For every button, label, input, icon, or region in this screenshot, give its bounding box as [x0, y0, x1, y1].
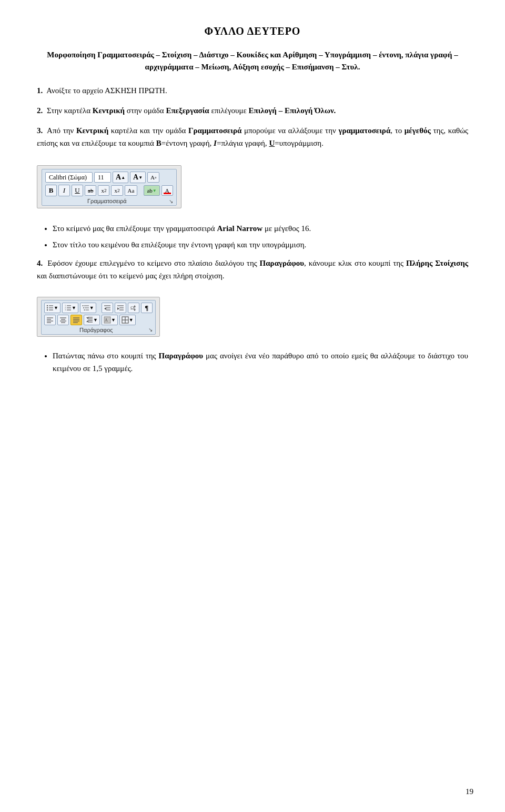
font-shrink-btn[interactable]: A▼: [130, 172, 146, 183]
step-2: 2. Στην καρτέλα Κεντρική στην ομάδα Επεξ…: [37, 104, 468, 117]
bullet-font-1: Στο κείμενό μας θα επιλέξουμε την γραμμα…: [53, 222, 468, 235]
step-1-num: 1.: [37, 86, 43, 95]
font-toolbar-row2: B I U ab x2 x2 Aa ab▼ A: [45, 185, 173, 196]
svg-text:A: A: [105, 318, 108, 323]
subscript-btn[interactable]: x2: [98, 185, 109, 196]
font-grow-btn[interactable]: A▲: [113, 172, 128, 183]
para-expand-icon[interactable]: ↘: [148, 327, 153, 333]
justify-btn[interactable]: [70, 315, 82, 325]
para-toolbar-footer: Παράγραφος ↘: [44, 327, 153, 333]
decrease-indent-btn[interactable]: [102, 303, 113, 313]
svg-point-16: [84, 309, 85, 310]
svg-point-12: [82, 305, 83, 306]
svg-point-4: [47, 309, 48, 310]
svg-point-14: [83, 307, 84, 308]
step-1: 1. Ανοίξτε το αρχείο ΑΣΚΗΣΗ ΠΡΩΤΗ.: [37, 84, 468, 97]
para-toolbar-row2: ▼ A ▼ ▼: [44, 315, 153, 325]
para-toolbar: ▼ 1.2.3. ▼ ▼ Ω: [37, 297, 160, 337]
step-3: 3. Από την Κεντρική καρτέλα και την ομάδ…: [37, 124, 468, 149]
highlight-color-btn[interactable]: ab▼: [144, 185, 159, 196]
step-4-text: Εφόσον έχουμε επιλεγμένο το κείμενο στο …: [37, 259, 468, 280]
align-center-btn[interactable]: [57, 315, 69, 325]
step-4: 4. Εφόσον έχουμε επιλεγμένο το κείμενο σ…: [37, 257, 468, 282]
svg-text:3.: 3.: [65, 308, 66, 311]
font-name-box[interactable]: Calibri (Σώμα): [45, 172, 93, 183]
line-spacing-btn[interactable]: ▼: [84, 315, 100, 325]
font-group-label: Γραμματοσειρά: [45, 198, 169, 204]
font-toolbar: Calibri (Σώμα) 11 A▲ A▼ Aa B I U ab x2 x…: [37, 165, 181, 208]
align-left-btn[interactable]: [44, 315, 56, 325]
borders-btn[interactable]: ▼: [119, 315, 136, 325]
bullet-font-2: Στον τίτλο του κειμένου θα επιλέξουμε τη…: [53, 238, 468, 252]
underline-button[interactable]: U: [72, 185, 83, 196]
svg-point-0: [47, 305, 48, 306]
step-3-num: 3.: [37, 126, 43, 135]
para-toolbar-row1: ▼ 1.2.3. ▼ ▼ Ω: [44, 303, 153, 313]
show-hide-btn[interactable]: ¶: [141, 303, 153, 313]
font-toolbar-row1: Calibri (Σώμα) 11 A▲ A▼ Aa: [45, 172, 173, 183]
svg-text:Ω: Ω: [130, 305, 134, 310]
strikethrough-btn[interactable]: ab: [85, 185, 96, 196]
clear-format-btn[interactable]: Aa: [147, 172, 159, 183]
step-1-text: Ανοίξτε το αρχείο ΑΣΚΗΣΗ ΠΡΩΤΗ.: [46, 86, 167, 95]
bullet-list-para: Πατώντας πάνω στο κουμπί της Παραγράφου …: [37, 349, 468, 376]
superscript-btn[interactable]: x2: [111, 185, 123, 196]
italic-button[interactable]: I: [58, 185, 70, 196]
para-toolbar-inner: ▼ 1.2.3. ▼ ▼ Ω: [41, 300, 156, 335]
font-toolbar-inner: Calibri (Σώμα) 11 A▲ A▼ Aa B I U ab x2 x…: [42, 169, 177, 206]
page-title: ΦΥΛΛΟ ΔΕΥΤΕΡΟ: [37, 25, 468, 37]
svg-marker-19: [104, 307, 106, 310]
shading-btn[interactable]: A ▼: [102, 315, 118, 325]
para-group-label: Παράγραφος: [44, 327, 148, 333]
font-expand-icon[interactable]: ↘: [169, 198, 173, 204]
font-toolbar-footer: Γραμματοσειρά ↘: [45, 198, 173, 204]
bullets-btn[interactable]: ▼: [44, 303, 60, 313]
step-2-num: 2.: [37, 106, 43, 115]
svg-point-2: [47, 307, 48, 308]
increase-indent-btn[interactable]: [115, 303, 126, 313]
step-4-num: 4.: [37, 259, 43, 267]
font-color-btn[interactable]: A: [161, 185, 173, 196]
bullet-list-font: Στο κείμενό μας θα επιλέξουμε την γραμμα…: [37, 222, 468, 252]
bullet-para-1: Πατώντας πάνω στο κουμπί της Παραγράφου …: [53, 349, 468, 376]
sort-btn[interactable]: Ω: [128, 303, 139, 313]
numbering-btn[interactable]: 1.2.3. ▼: [62, 303, 78, 313]
multilevel-btn[interactable]: ▼: [80, 303, 96, 313]
step-2-text: Στην καρτέλα Κεντρική στην ομάδα Επεξεργ…: [47, 106, 336, 115]
change-case-btn[interactable]: Aa: [125, 185, 138, 196]
font-size-box[interactable]: 11: [94, 172, 111, 183]
svg-marker-23: [117, 307, 119, 310]
bold-button[interactable]: B: [45, 185, 57, 196]
step-3-text: Από την Κεντρική καρτέλα και την ομάδα Γ…: [37, 126, 468, 147]
page-subtitle: Μορφοποίηση Γραμματοσειράς – Στοίχιση – …: [37, 49, 468, 73]
